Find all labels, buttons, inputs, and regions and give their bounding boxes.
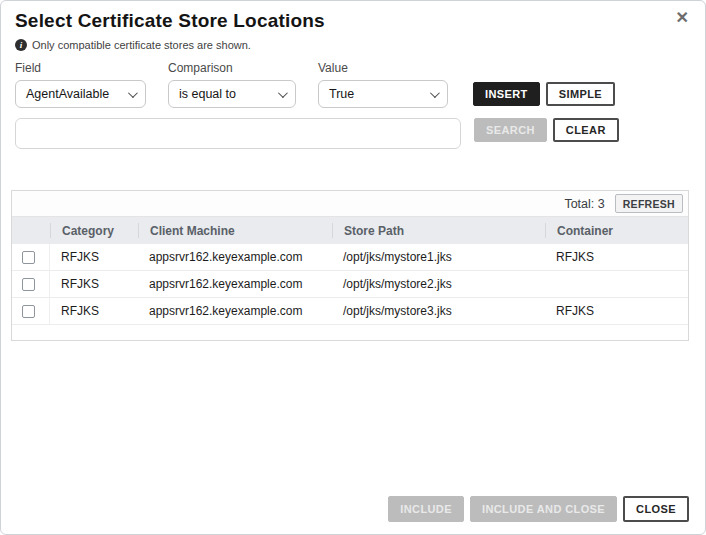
include-button[interactable]: INCLUDE — [388, 496, 464, 522]
close-button[interactable]: CLOSE — [623, 496, 689, 522]
query-input[interactable] — [15, 118, 461, 149]
category-cell: RFJKS — [50, 277, 138, 291]
dialog-footer-actions: INCLUDE INCLUDE AND CLOSE CLOSE — [388, 496, 689, 522]
value-label: Value — [318, 61, 448, 75]
checkbox-cell — [12, 298, 50, 324]
table-row: RFJKS appsrvr162.keyexample.com /opt/jks… — [12, 298, 688, 325]
include-and-close-button[interactable]: INCLUDE AND CLOSE — [470, 496, 617, 522]
table-toolbar: Total: 3 REFRESH — [12, 191, 688, 217]
dialog-header: Select Certificate Store Locations ✕ — [1, 1, 705, 32]
column-header-client-machine[interactable]: Client Machine — [138, 223, 332, 238]
total-count: Total: 3 — [564, 197, 604, 211]
comparison-group: Comparison is equal to — [168, 61, 296, 108]
value-group: Value True — [318, 61, 448, 108]
chevron-down-icon — [278, 88, 288, 98]
category-cell: RFJKS — [50, 304, 138, 318]
filter-buttons: INSERT SIMPLE — [473, 82, 615, 106]
table-header-row: Category Client Machine Store Path Conta… — [12, 217, 688, 244]
client-machine-cell: appsrvr162.keyexample.com — [138, 304, 332, 318]
container-cell: RFJKS — [545, 304, 688, 318]
info-text: Only compatible certificate stores are s… — [32, 39, 251, 51]
checkbox-cell — [12, 244, 50, 270]
table-row: RFJKS appsrvr162.keyexample.com /opt/jks… — [12, 271, 688, 298]
checkbox-column-header — [12, 223, 50, 238]
certificate-store-table: Total: 3 REFRESH Category Client Machine… — [11, 190, 689, 341]
column-header-store-path[interactable]: Store Path — [332, 223, 545, 238]
category-cell: RFJKS — [50, 250, 138, 264]
field-group: Field AgentAvailable — [15, 61, 146, 108]
row-checkbox[interactable] — [22, 251, 35, 264]
close-icon[interactable]: ✕ — [676, 8, 689, 28]
search-row: SEARCH CLEAR — [15, 118, 691, 149]
field-select[interactable]: AgentAvailable — [15, 80, 146, 108]
search-buttons: SEARCH CLEAR — [474, 118, 619, 149]
row-checkbox[interactable] — [22, 305, 35, 318]
select-certificate-store-locations-dialog: Select Certificate Store Locations ✕ i O… — [0, 0, 706, 535]
container-cell: RFJKS — [545, 250, 688, 264]
table-row: RFJKS appsrvr162.keyexample.com /opt/jks… — [12, 244, 688, 271]
column-header-category[interactable]: Category — [50, 223, 138, 238]
row-checkbox[interactable] — [22, 278, 35, 291]
info-banner: i Only compatible certificate stores are… — [15, 39, 691, 51]
table-footer — [12, 325, 688, 340]
simple-button[interactable]: SIMPLE — [546, 82, 615, 106]
table-body: RFJKS appsrvr162.keyexample.com /opt/jks… — [12, 244, 688, 325]
column-header-container[interactable]: Container — [545, 223, 688, 238]
field-select-value: AgentAvailable — [26, 87, 109, 101]
insert-button[interactable]: INSERT — [473, 82, 540, 106]
chevron-down-icon — [430, 88, 440, 98]
client-machine-cell: appsrvr162.keyexample.com — [138, 277, 332, 291]
store-path-cell: /opt/jks/mystore3.jks — [332, 304, 545, 318]
comparison-select-value: is equal to — [179, 87, 236, 101]
value-select[interactable]: True — [318, 80, 448, 108]
store-path-cell: /opt/jks/mystore2.jks — [332, 277, 545, 291]
info-icon: i — [15, 39, 27, 51]
checkbox-cell — [12, 271, 50, 297]
value-select-value: True — [329, 87, 354, 101]
store-path-cell: /opt/jks/mystore1.jks — [332, 250, 545, 264]
chevron-down-icon — [128, 88, 138, 98]
dialog-title: Select Certificate Store Locations — [15, 10, 691, 32]
comparison-select[interactable]: is equal to — [168, 80, 296, 108]
filter-row: Field AgentAvailable Comparison is equal… — [15, 61, 691, 108]
field-label: Field — [15, 61, 146, 75]
client-machine-cell: appsrvr162.keyexample.com — [138, 250, 332, 264]
search-button[interactable]: SEARCH — [474, 118, 547, 142]
refresh-button[interactable]: REFRESH — [615, 194, 683, 213]
comparison-label: Comparison — [168, 61, 296, 75]
clear-button[interactable]: CLEAR — [553, 118, 619, 142]
